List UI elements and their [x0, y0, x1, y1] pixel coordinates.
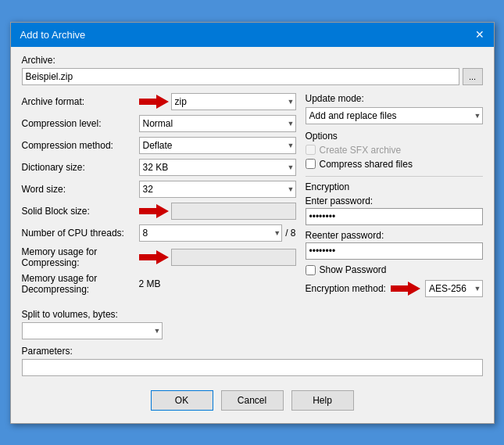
show-password-checkbox[interactable]	[306, 265, 316, 275]
encryption-section: Encryption Enter password: Reenter passw…	[306, 181, 483, 297]
cpu-threads-label: Number of CPU threads:	[22, 228, 139, 239]
compression-method-select[interactable]: DeflateDeflate64bzip2	[139, 137, 296, 154]
reenter-password-input[interactable]	[306, 242, 483, 260]
compression-method-row: Compression method: DeflateDeflate64bzip…	[22, 137, 296, 154]
parameters-input[interactable]	[22, 359, 483, 376]
main-columns: Archive format: ziprar7z ▼	[22, 93, 483, 300]
archive-label: Archive:	[22, 55, 483, 66]
red-arrow-3	[139, 250, 169, 264]
dictionary-size-label: Dictionary size:	[22, 162, 139, 173]
close-button[interactable]: ✕	[475, 29, 484, 40]
format-label: Archive format:	[22, 96, 139, 107]
word-size-row: Word size: 3264128 ▼	[22, 181, 296, 198]
create-sfx-checkbox[interactable]	[306, 145, 316, 155]
archive-row: ...	[22, 68, 483, 85]
format-select[interactable]: ziprar7z	[171, 93, 296, 110]
right-column: Update mode: Add and replace files Updat…	[306, 93, 483, 300]
red-arrow-2	[139, 204, 169, 218]
compression-level-label: Compression level:	[22, 118, 139, 129]
memory-decompress-value: 2 MB	[139, 278, 161, 289]
parameters-row: Parameters:	[22, 346, 483, 376]
memory-decompress-label: Memory usage for Decompressing:	[22, 273, 139, 295]
dialog-title: Add to Archive	[20, 29, 86, 41]
options-label: Options	[306, 131, 483, 142]
add-to-archive-dialog: Add to Archive ✕ Archive: ... Archive fo…	[10, 22, 495, 424]
split-row: Split to volumes, bytes: ▼	[22, 309, 483, 339]
update-mode-label: Update mode:	[306, 93, 483, 104]
red-arrow-4	[391, 282, 420, 296]
svg-marker-3	[391, 282, 420, 296]
red-arrow-1	[139, 95, 169, 109]
left-column: Archive format: ziprar7z ▼	[22, 93, 296, 300]
memory-compress-input[interactable]	[171, 249, 296, 266]
cancel-button[interactable]: Cancel	[221, 390, 284, 411]
dictionary-size-select[interactable]: 32 KB64 KB	[139, 159, 296, 176]
button-row: OK Cancel Help	[22, 384, 483, 418]
memory-compress-row: Memory usage for Compressing:	[22, 246, 296, 268]
update-mode-select[interactable]: Add and replace files Update and add fil…	[306, 107, 483, 124]
solid-block-input[interactable]	[171, 203, 296, 220]
solid-block-label: Solid Block size:	[22, 206, 139, 217]
compression-level-select[interactable]: NormalStoreBest	[139, 115, 296, 132]
compress-shared-row: Compress shared files	[306, 159, 483, 170]
browse-button[interactable]: ...	[463, 68, 483, 85]
cpu-threads-unit: / 8	[285, 228, 295, 239]
reenter-password-label: Reenter password:	[306, 230, 483, 241]
svg-marker-1	[139, 204, 169, 218]
format-row: Archive format: ziprar7z ▼	[22, 93, 296, 110]
svg-marker-0	[139, 95, 169, 109]
title-bar: Add to Archive ✕	[11, 23, 494, 47]
svg-marker-2	[139, 250, 169, 264]
help-button[interactable]: Help	[291, 390, 354, 411]
compress-shared-label: Compress shared files	[320, 159, 413, 170]
word-size-select[interactable]: 3264128	[139, 181, 296, 198]
enc-method-select[interactable]: AES-256 ZipCrypto	[425, 280, 483, 297]
encryption-divider	[306, 176, 483, 177]
memory-decompress-row: Memory usage for Decompressing: 2 MB	[22, 273, 296, 295]
solid-block-row: Solid Block size:	[22, 203, 296, 220]
show-password-label: Show Password	[320, 264, 387, 275]
ok-button[interactable]: OK	[151, 390, 213, 411]
split-label: Split to volumes, bytes:	[22, 309, 483, 320]
show-password-row: Show Password	[306, 264, 483, 277]
dialog-body: Archive: ... Archive format:	[11, 47, 494, 304]
word-size-label: Word size:	[22, 184, 139, 195]
encryption-label: Encryption	[306, 181, 483, 192]
options-section: Options Create SFX archive Compress shar…	[306, 131, 483, 170]
encryption-method-row: Encryption method: AES-256 ZipCrypto ▼	[306, 280, 483, 297]
compress-shared-checkbox[interactable]	[306, 159, 316, 169]
enc-method-label: Encryption method:	[306, 283, 386, 294]
parameters-label: Parameters:	[22, 346, 483, 357]
archive-input[interactable]	[22, 68, 459, 85]
bottom-area: Split to volumes, bytes: ▼ Parameters: O…	[11, 304, 494, 423]
split-select[interactable]	[22, 322, 163, 339]
create-sfx-row: Create SFX archive	[306, 145, 483, 156]
cpu-threads-select[interactable]: 8421	[139, 224, 283, 242]
memory-compress-label: Memory usage for Compressing:	[22, 246, 139, 268]
cpu-threads-row: Number of CPU threads: 8421 ▼ / 8	[22, 224, 296, 242]
compression-level-row: Compression level: NormalStoreBest ▼	[22, 115, 296, 132]
enter-password-input[interactable]	[306, 208, 483, 225]
compression-method-label: Compression method:	[22, 140, 139, 151]
create-sfx-label: Create SFX archive	[320, 145, 402, 156]
dictionary-size-row: Dictionary size: 32 KB64 KB ▼	[22, 159, 296, 176]
enter-password-label: Enter password:	[306, 196, 483, 206]
